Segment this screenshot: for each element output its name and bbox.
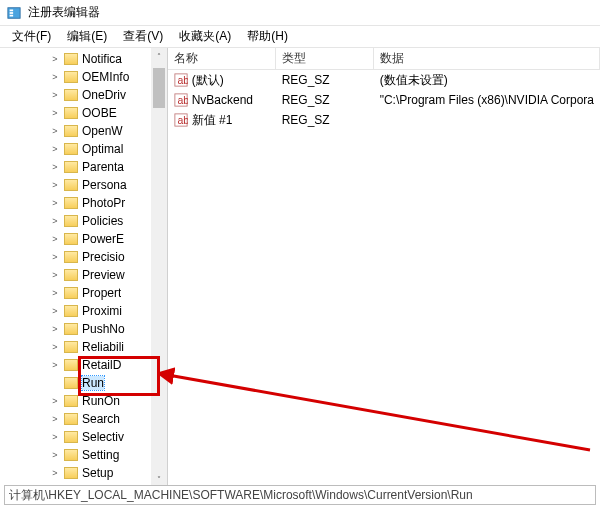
tree-panel: >Notifica>OEMInfo>OneDriv>OOBE>OpenW>Opt…	[4, 48, 168, 487]
value-row[interactable]: ab新值 #1REG_SZ	[168, 110, 600, 130]
tree-item-label: Search	[82, 412, 120, 426]
folder-icon	[64, 233, 78, 245]
folder-icon	[64, 305, 78, 317]
chevron-right-icon[interactable]: >	[50, 414, 60, 424]
tree-item-label: Notifica	[82, 52, 122, 66]
scroll-up-icon[interactable]: ˄	[151, 48, 167, 64]
tree-item[interactable]: >Proximi	[4, 302, 151, 320]
tree-item[interactable]: >Reliabili	[4, 338, 151, 356]
tree-item[interactable]: >Precisio	[4, 248, 151, 266]
chevron-right-icon[interactable]: >	[50, 306, 60, 316]
tree-item-label: OneDriv	[82, 88, 126, 102]
svg-text:ab: ab	[177, 74, 188, 86]
tree-item[interactable]: >PowerE	[4, 230, 151, 248]
chevron-right-icon[interactable]: >	[50, 234, 60, 244]
chevron-right-icon[interactable]: >	[50, 90, 60, 100]
chevron-right-icon[interactable]: >	[50, 198, 60, 208]
tree-item[interactable]: Run	[4, 374, 151, 392]
tree-item[interactable]: >Search	[4, 410, 151, 428]
chevron-right-icon[interactable]: >	[50, 126, 60, 136]
value-type: REG_SZ	[276, 73, 374, 87]
scroll-thumb[interactable]	[153, 68, 165, 108]
chevron-right-icon[interactable]: >	[50, 162, 60, 172]
chevron-right-icon[interactable]: >	[50, 108, 60, 118]
chevron-right-icon[interactable]: >	[50, 360, 60, 370]
folder-icon	[64, 53, 78, 65]
value-data: (数值未设置)	[374, 72, 600, 89]
folder-icon	[64, 413, 78, 425]
tree-item[interactable]: >Setting	[4, 446, 151, 464]
tree-item[interactable]: >RunOn	[4, 392, 151, 410]
folder-icon	[64, 341, 78, 353]
tree-item[interactable]: >Selectiv	[4, 428, 151, 446]
folder-icon	[64, 287, 78, 299]
chevron-right-icon[interactable]: >	[50, 54, 60, 64]
folder-icon	[64, 269, 78, 281]
tree-scrollbar[interactable]: ˄ ˅	[151, 48, 167, 487]
folder-icon	[64, 359, 78, 371]
menu-help[interactable]: 帮助(H)	[239, 26, 296, 47]
value-list: 名称 类型 数据 ab(默认)REG_SZ(数值未设置)abNvBackendR…	[168, 48, 600, 487]
tree-item-label: Policies	[82, 214, 123, 228]
tree-item[interactable]: >OpenW	[4, 122, 151, 140]
chevron-right-icon[interactable]: >	[50, 450, 60, 460]
tree-item[interactable]: >Preview	[4, 266, 151, 284]
chevron-right-icon[interactable]: >	[50, 180, 60, 190]
chevron-right-icon[interactable]: >	[50, 72, 60, 82]
value-type: REG_SZ	[276, 93, 374, 107]
folder-icon	[64, 197, 78, 209]
svg-rect-3	[10, 14, 14, 16]
chevron-right-icon[interactable]: >	[50, 342, 60, 352]
string-value-icon: ab	[174, 113, 188, 127]
status-path: 计算机\HKEY_LOCAL_MACHINE\SOFTWARE\Microsof…	[9, 487, 473, 504]
chevron-right-icon[interactable]: >	[50, 396, 60, 406]
value-name: 新值 #1	[192, 112, 233, 129]
tree-item-label: Parenta	[82, 160, 124, 174]
column-data[interactable]: 数据	[374, 48, 600, 69]
menu-view[interactable]: 查看(V)	[115, 26, 171, 47]
column-type[interactable]: 类型	[276, 48, 374, 69]
folder-icon	[64, 467, 78, 479]
tree-item[interactable]: >Policies	[4, 212, 151, 230]
titlebar[interactable]: 注册表编辑器	[0, 0, 600, 26]
value-row[interactable]: abNvBackendREG_SZ"C:\Program Files (x86)…	[168, 90, 600, 110]
folder-icon	[64, 377, 78, 389]
menubar: 文件(F) 编辑(E) 查看(V) 收藏夹(A) 帮助(H)	[0, 26, 600, 48]
tree-item[interactable]: >PushNo	[4, 320, 151, 338]
value-data: "C:\Program Files (x86)\NVIDIA Corpora	[374, 93, 600, 107]
tree-item[interactable]: >OEMInfo	[4, 68, 151, 86]
menu-edit[interactable]: 编辑(E)	[59, 26, 115, 47]
chevron-right-icon[interactable]: >	[50, 144, 60, 154]
tree-item-label: Setting	[82, 448, 119, 462]
tree-item[interactable]: >OneDriv	[4, 86, 151, 104]
chevron-right-icon[interactable]: >	[50, 270, 60, 280]
tree-item[interactable]: >Setup	[4, 464, 151, 482]
tree-item[interactable]: >Notifica	[4, 50, 151, 68]
chevron-right-icon[interactable]: >	[50, 288, 60, 298]
tree-item-label: OOBE	[82, 106, 117, 120]
tree-item[interactable]: >Parenta	[4, 158, 151, 176]
string-value-icon: ab	[174, 93, 188, 107]
statusbar: 计算机\HKEY_LOCAL_MACHINE\SOFTWARE\Microsof…	[4, 485, 596, 505]
svg-text:ab: ab	[177, 94, 188, 106]
tree-item[interactable]: >Propert	[4, 284, 151, 302]
menu-favorites[interactable]: 收藏夹(A)	[171, 26, 239, 47]
column-name[interactable]: 名称	[168, 48, 276, 69]
chevron-right-icon[interactable]: >	[50, 324, 60, 334]
tree-item[interactable]: >PhotoPr	[4, 194, 151, 212]
chevron-right-icon[interactable]: >	[50, 252, 60, 262]
string-value-icon: ab	[174, 73, 188, 87]
chevron-right-icon[interactable]: >	[50, 216, 60, 226]
tree-item[interactable]: >RetailD	[4, 356, 151, 374]
folder-icon	[64, 107, 78, 119]
tree-item[interactable]: >Optimal	[4, 140, 151, 158]
chevron-right-icon[interactable]: >	[50, 432, 60, 442]
value-row[interactable]: ab(默认)REG_SZ(数值未设置)	[168, 70, 600, 90]
chevron-right-icon[interactable]: >	[50, 468, 60, 478]
menu-file[interactable]: 文件(F)	[4, 26, 59, 47]
tree-item[interactable]: >Persona	[4, 176, 151, 194]
tree-item[interactable]: >OOBE	[4, 104, 151, 122]
svg-rect-1	[10, 9, 14, 11]
tree-item-label: RunOn	[82, 394, 120, 408]
folder-icon	[64, 125, 78, 137]
